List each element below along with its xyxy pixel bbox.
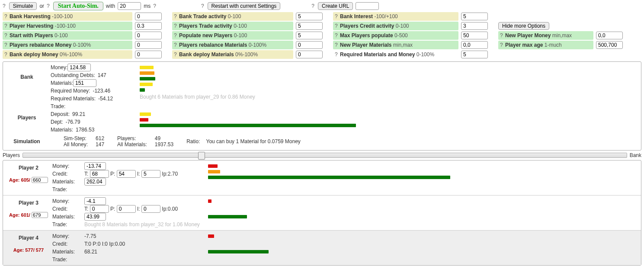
help-icon[interactable]: ? [311, 3, 314, 9]
sim-allmat-value: 1937.53 [155, 141, 173, 148]
player-money-input[interactable] [84, 162, 106, 170]
opt-input[interactable] [296, 51, 323, 58]
ms-input[interactable] [118, 2, 141, 10]
sim-players-value: 49 [155, 135, 173, 141]
help-icon[interactable]: ? [4, 13, 7, 19]
opt-input[interactable] [135, 32, 162, 39]
hide-options-button[interactable]: Hide more Options [498, 22, 549, 30]
help-icon[interactable]: ? [500, 32, 503, 38]
players-dept-label: Dept: [51, 118, 63, 126]
sim-allmat-label: All Materials: [117, 141, 147, 148]
player-mat-input[interactable] [84, 178, 106, 186]
player-mat-bar [208, 176, 450, 179]
bank-rmon-value: -123.46 [93, 87, 110, 95]
opt-input[interactable] [296, 41, 323, 49]
help-icon[interactable]: ? [174, 23, 177, 29]
help-icon[interactable]: ? [174, 42, 177, 48]
url-input[interactable] [356, 2, 379, 10]
opt-input[interactable] [296, 22, 323, 30]
player-mat-input[interactable] [84, 213, 106, 221]
players-dep-value: 99.21 [72, 110, 85, 118]
opt-label: ? Players Credit activity 0-100 [333, 22, 458, 30]
money-label: Money: [52, 162, 83, 170]
with-label: with [106, 3, 115, 9]
player-money-bar [208, 164, 218, 168]
help-icon[interactable]: ? [201, 3, 204, 9]
player-money-bar [208, 199, 211, 203]
help-icon[interactable]: ? [3, 3, 6, 9]
player-money-input[interactable] [84, 197, 106, 205]
materials-label: Materials: [52, 178, 83, 186]
player-maxage-input[interactable] [32, 212, 48, 218]
opt-input[interactable] [135, 51, 162, 58]
help-icon[interactable]: ? [500, 42, 503, 48]
opt-label: ? Players rebalance Materials 0-100% [172, 41, 293, 49]
slider-thumb[interactable] [198, 152, 205, 160]
help-icon[interactable]: ? [47, 3, 50, 9]
slider-track[interactable] [22, 153, 627, 158]
opt-label: ? Player max age 1-much [498, 41, 593, 49]
credit-label: Credit: [52, 170, 83, 178]
help-icon[interactable]: ? [174, 51, 177, 58]
player-row: Player 2Age: 605/ Money:Credit:T: P: I: … [3, 160, 641, 195]
bank-rmat-label: Required Materials: [51, 95, 96, 103]
trade-label: Trade: [52, 186, 83, 193]
player-name: Player 4 [5, 235, 52, 241]
help-icon[interactable]: ? [4, 42, 7, 48]
players-mat-label: Materials: [51, 126, 73, 134]
opt-input[interactable] [461, 41, 488, 49]
materials-label: Materials: [52, 248, 83, 256]
help-icon[interactable]: ? [4, 23, 7, 29]
player-row: Player 4Age: 577/ 577Money:-7.75Credit:T… [3, 230, 641, 265]
opt-input[interactable] [135, 13, 162, 20]
credit-t-input[interactable] [90, 205, 109, 213]
money-label: Money: [52, 232, 83, 240]
opt-input[interactable] [596, 41, 623, 49]
help-icon[interactable]: ? [335, 51, 338, 58]
player-credit-bar [208, 170, 220, 173]
player-age: Age: 577/ 577 [13, 247, 44, 253]
opt-input[interactable] [135, 41, 162, 49]
help-icon[interactable]: ? [174, 13, 177, 19]
players-dep-label: Deposit: [51, 110, 70, 118]
slider-left-label: Players [3, 152, 20, 158]
opt-input[interactable] [461, 32, 488, 39]
help-icon[interactable]: ? [4, 32, 7, 38]
credit-p-input[interactable] [117, 170, 136, 178]
help-icon[interactable]: ? [335, 13, 338, 19]
help-icon[interactable]: ? [335, 42, 338, 48]
opt-input[interactable] [296, 13, 323, 20]
help-icon[interactable]: ? [174, 32, 177, 38]
opt-input[interactable] [461, 13, 488, 20]
sim-allmoney-label: All Money: [64, 141, 88, 148]
player-trade-note: Bought 8 Materials from player_32 for 1.… [84, 221, 200, 228]
opt-label: ? New Player Money min,max [498, 31, 593, 40]
bank-money-bar [140, 66, 154, 69]
opt-input[interactable] [296, 32, 323, 39]
credit-i-input[interactable] [141, 170, 160, 178]
opt-input[interactable] [461, 51, 488, 58]
opt-label: ? Bank deploy Materials 0%-100% [172, 50, 293, 59]
help-icon[interactable]: ? [4, 51, 7, 58]
opt-label: ? Bank Interest -100/+100 [333, 12, 458, 21]
opt-input[interactable] [461, 22, 488, 30]
help-icon[interactable]: ? [153, 3, 156, 9]
bank-money-input[interactable] [67, 64, 91, 71]
simulate-button[interactable]: Simulate [9, 2, 37, 10]
bank-mat-input[interactable] [73, 79, 96, 87]
create-url-button[interactable]: Create URL [318, 2, 353, 10]
opt-input[interactable] [596, 32, 623, 39]
restart-button[interactable]: Restart with current Settings [208, 2, 281, 10]
credit-p-input[interactable] [117, 205, 136, 213]
help-icon[interactable]: ? [335, 23, 338, 29]
bank-title: Bank [3, 64, 51, 80]
bank-od-label: Outstanding Debts: [51, 71, 95, 79]
player-maxage-input[interactable] [32, 177, 48, 183]
help-icon[interactable]: ? [335, 32, 338, 38]
opt-label: ? Bank Trade activity 0-100 [172, 12, 293, 21]
credit-i-input[interactable] [141, 205, 160, 213]
credit-t-input[interactable] [90, 170, 109, 178]
start-autosim-button[interactable]: Start Auto-Sim. [53, 2, 103, 10]
opt-input[interactable] [135, 22, 162, 30]
player-mat-bar [208, 215, 247, 218]
